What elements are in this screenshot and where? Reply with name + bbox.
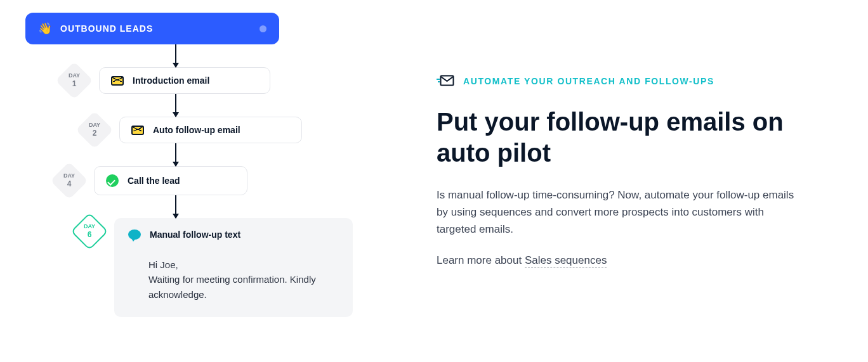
step-card-expanded: Manual follow-up text Hi Joe, Waiting fo… (114, 218, 353, 317)
body-copy: Is manual follow-up time-consuming? Now,… (437, 186, 805, 238)
learn-more: Learn more about Sales sequences (437, 254, 824, 267)
message-line: Hi Joe, (148, 257, 339, 272)
arrow-icon (175, 44, 176, 67)
day-number: 6 (84, 231, 95, 239)
sequence-diagram: 👋 OUTBOUND LEADS DAY 1 Introduction emai… (0, 0, 381, 362)
day-label: DAY (89, 122, 100, 128)
send-email-icon (437, 75, 454, 87)
arrow-icon (175, 94, 176, 117)
day-label: DAY (63, 172, 75, 179)
day-number: 4 (63, 180, 75, 188)
day-number: 1 (69, 80, 80, 88)
message-preview: Hi Joe, Waiting for meeting confirmation… (128, 257, 339, 302)
day-badge-active: DAY 6 (70, 212, 108, 250)
status-dot-icon (260, 25, 266, 32)
step-card: Call the lead (94, 166, 247, 195)
chat-icon (128, 229, 141, 240)
arrow-icon (175, 195, 176, 218)
day-label: DAY (69, 72, 80, 79)
sequence-step: DAY 6 Manual follow-up text Hi Joe, Wait… (25, 218, 381, 317)
sequence-step: DAY 1 Introduction email (25, 67, 381, 94)
step-label: Auto follow-up email (153, 125, 240, 135)
sales-sequences-link[interactable]: Sales sequences (525, 254, 607, 268)
step-label: Manual follow-up text (150, 229, 240, 240)
arrow-icon (175, 143, 176, 166)
email-icon (111, 76, 124, 86)
email-icon (131, 126, 144, 135)
message-line: Waiting for meeting confirmation. Kindly… (148, 272, 339, 302)
step-card: Introduction email (99, 67, 270, 94)
sequence-header: 👋 OUTBOUND LEADS (25, 13, 279, 44)
day-badge: DAY 4 (50, 162, 88, 199)
eyebrow-text: AUTOMATE YOUR OUTREACH AND FOLLOW-UPS (463, 76, 714, 86)
check-icon (106, 174, 119, 187)
content-section: AUTOMATE YOUR OUTREACH AND FOLLOW-UPS Pu… (381, 0, 868, 362)
sequence-step: DAY 2 Auto follow-up email (25, 117, 381, 143)
sequence-title: OUTBOUND LEADS (60, 23, 153, 34)
step-label: Call the lead (128, 176, 180, 186)
wave-icon: 👋 (38, 22, 53, 36)
eyebrow: AUTOMATE YOUR OUTREACH AND FOLLOW-UPS (437, 75, 824, 87)
step-card: Auto follow-up email (119, 117, 302, 143)
day-badge: DAY 2 (76, 111, 113, 148)
step-label: Introduction email (133, 75, 209, 86)
day-badge: DAY 1 (55, 61, 93, 99)
headline: Put your follow-up emails on auto pilot (437, 107, 805, 169)
learn-more-prefix: Learn more about (437, 254, 525, 266)
sequence-step: DAY 4 Call the lead (25, 166, 381, 195)
day-number: 2 (89, 129, 100, 138)
day-label: DAY (84, 223, 95, 229)
